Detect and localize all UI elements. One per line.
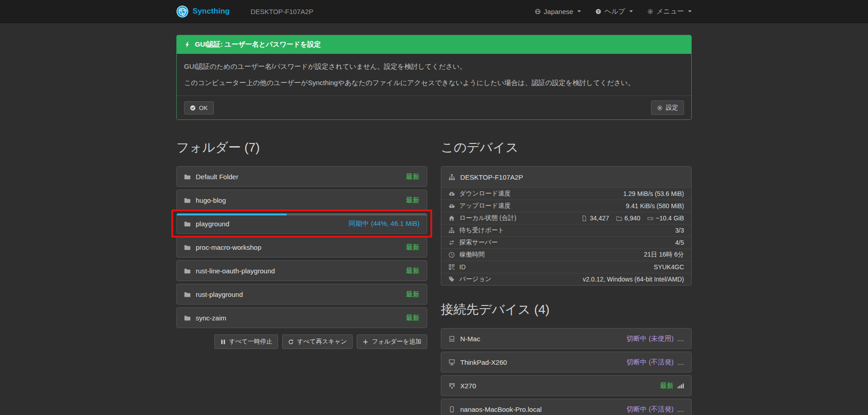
device-name: N-Mac xyxy=(460,335,480,343)
size-group: ~10.4 GiB xyxy=(647,215,684,222)
folder-row-rust-playground[interactable]: rust-playground 最新 xyxy=(176,284,427,305)
caret-down-icon xyxy=(688,10,692,12)
remote-device-list: N-Mac 切断中 (未使用) ThinkPad-X260 xyxy=(441,328,692,415)
stat-label: バージョン xyxy=(459,275,491,283)
device-row-n-mac[interactable]: N-Mac 切断中 (未使用) xyxy=(441,328,692,349)
device-row-thinkpad-x260[interactable]: ThinkPad-X260 切断中 (不活発) xyxy=(441,352,692,372)
refresh-icon xyxy=(288,339,294,345)
folder-name: rust-playground xyxy=(196,291,243,298)
device-name: nanaos-MacBook-Pro.local xyxy=(460,405,542,413)
device-status-text: 切断中 (不活発) xyxy=(627,405,674,414)
cloud-upload-icon xyxy=(448,203,455,209)
device-id-value: SYUK4GC xyxy=(654,263,684,271)
sitemap-icon xyxy=(448,227,455,234)
stat-value: 4/5 xyxy=(675,239,684,246)
device-status-text: 切断中 (不活発) xyxy=(627,358,674,367)
ok-button-label: OK xyxy=(199,105,208,111)
actions-menu-label: メニュー xyxy=(656,7,684,16)
folder-row-hugo-blog[interactable]: hugo-blog 最新 xyxy=(176,190,427,210)
actions-menu[interactable]: メニュー xyxy=(647,7,692,16)
folder-row-default-folder[interactable]: Default Folder 最新 xyxy=(176,166,427,187)
ok-button[interactable]: OK xyxy=(184,101,214,114)
settings-button[interactable]: 設定 xyxy=(651,100,684,115)
gui-auth-notification: GUI認証: ユーザー名とパスワードを設定 GUI認証のためのユーザー名/パスワ… xyxy=(176,35,692,120)
stat-label: ローカル状態 (合計) xyxy=(459,214,516,222)
folder-list: Default Folder 最新 hugo-blog 最新 playgroun… xyxy=(176,166,427,328)
this-device-heading: このデバイス xyxy=(441,139,692,156)
laptop-icon xyxy=(448,335,455,342)
top-navbar: Syncthing DESKTOP-F107A2P Japanese ? ヘルプ xyxy=(0,0,868,23)
hdd-icon xyxy=(647,215,653,221)
device-row-nanaos-macbook-pro[interactable]: nanaos-MacBook-Pro.local 切断中 (不活発) xyxy=(441,399,692,415)
folder-name: hugo-blog xyxy=(196,196,226,204)
this-device-panel: DESKTOP-F107A2P ダウンロード速度 1.29 MiB/s (53.… xyxy=(441,166,692,286)
folder-row-sync-zaim[interactable]: sync-zaim 最新 xyxy=(176,307,427,328)
plus-icon xyxy=(363,339,368,345)
rescan-all-button[interactable]: すべて再スキャン xyxy=(282,334,353,349)
pause-icon xyxy=(220,339,226,345)
folder-status: 最新 xyxy=(406,172,420,181)
stat-label: ID xyxy=(459,263,466,271)
device-status-text: 最新 xyxy=(660,382,674,390)
help-menu-label: ヘルプ xyxy=(604,7,625,16)
folder-name: proc-macro-workshop xyxy=(196,243,261,251)
device-name: X270 xyxy=(460,382,476,390)
discovery-row: 探索サーバー 4/5 xyxy=(441,236,691,248)
notification-body: GUI認証のためのユーザー名/パスワードが設定されていません。設定を検討してくだ… xyxy=(177,54,691,95)
caret-down-icon xyxy=(577,10,581,12)
brand[interactable]: Syncthing xyxy=(176,5,230,18)
mobile-icon xyxy=(448,406,455,413)
version-value: v2.0.12, Windows (64-bit Intel/AMD) xyxy=(583,276,684,283)
folder-icon xyxy=(184,197,191,204)
help-icon: ? xyxy=(595,9,601,14)
no-signal-dots-icon xyxy=(677,359,684,366)
add-folder-label: フォルダーを追加 xyxy=(372,338,421,346)
qrcode-icon xyxy=(448,264,455,270)
size-value: ~10.4 GiB xyxy=(656,215,684,222)
folder-row-proc-macro-workshop[interactable]: proc-macro-workshop 最新 xyxy=(176,237,427,258)
device-name: ThinkPad-X260 xyxy=(460,358,507,366)
pause-all-label: すべて一時停止 xyxy=(229,338,272,346)
notification-line1: GUI認証のためのユーザー名/パスワードが設定されていません。設定を検討してくだ… xyxy=(184,61,684,72)
stat-label: ダウンロード速度 xyxy=(459,190,511,198)
no-signal-dots-icon xyxy=(677,406,684,413)
folders-count: 6,940 xyxy=(624,215,640,222)
device-row-x270[interactable]: X270 最新 xyxy=(441,375,692,396)
stat-label: 待ち受けポート xyxy=(459,226,504,234)
folder-status: 最新 xyxy=(406,290,420,299)
bolt-icon xyxy=(184,41,191,48)
folders-heading: フォルダー (7) xyxy=(176,139,427,156)
notification-title: GUI認証: ユーザー名とパスワードを設定 xyxy=(195,40,321,49)
help-menu[interactable]: ? ヘルプ xyxy=(595,7,633,16)
rescan-all-label: すべて再スキャン xyxy=(297,338,347,346)
folder-icon xyxy=(184,173,191,180)
folders-count-group: 6,940 xyxy=(616,215,640,222)
add-folder-button[interactable]: フォルダーを追加 xyxy=(357,334,427,349)
local-state-row: ローカル状態 (合計) 34,427 6,940 xyxy=(441,212,691,224)
notification-footer: OK 設定 xyxy=(177,95,691,119)
syncthing-logo xyxy=(176,5,189,18)
pause-all-button[interactable]: すべて一時停止 xyxy=(214,334,278,349)
desktop-icon xyxy=(448,359,455,366)
uptime-row: 稼働時間 21日 16時 6分 xyxy=(441,248,691,261)
local-state-values: 34,427 6,940 ~10.4 GiB xyxy=(581,215,684,222)
this-device-header[interactable]: DESKTOP-F107A2P xyxy=(441,167,691,187)
folder-row-playground[interactable]: playground 同期中 (44%, 46.1 MiB) xyxy=(176,213,427,234)
language-menu[interactable]: Japanese xyxy=(535,7,581,16)
tag-icon xyxy=(448,276,455,282)
listeners-row: 待ち受けポート 3/3 xyxy=(441,224,691,236)
download-rate-row: ダウンロード速度 1.29 MiB/s (53.6 MiB) xyxy=(441,187,691,200)
no-signal-dots-icon xyxy=(677,335,684,342)
settings-button-label: 設定 xyxy=(666,104,678,112)
clock-icon xyxy=(448,252,455,258)
folder-icon xyxy=(616,215,622,221)
sync-progress-track xyxy=(177,214,427,215)
folder-status: 最新 xyxy=(406,314,420,322)
signal-bars-icon xyxy=(677,382,684,389)
file-icon xyxy=(581,215,587,221)
folder-row-rust-line-oauth-playground[interactable]: rust-line-oauth-playground 最新 xyxy=(176,260,427,281)
remote-devices-heading: 接続先デバイス (4) xyxy=(441,301,692,318)
globe-icon xyxy=(535,9,541,14)
stat-label: 探索サーバー xyxy=(459,239,498,247)
caret-down-icon xyxy=(629,10,633,12)
